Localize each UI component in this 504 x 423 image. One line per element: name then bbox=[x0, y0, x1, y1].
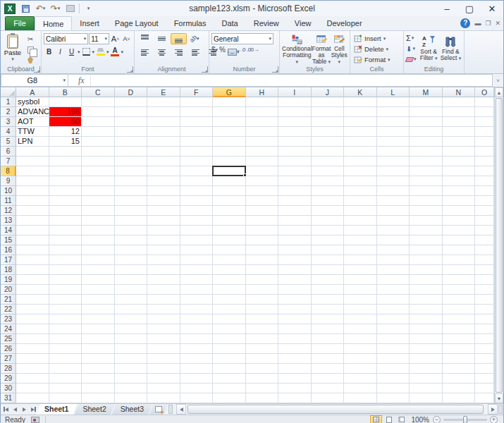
zoom-in-button[interactable]: + bbox=[490, 416, 498, 423]
cell-J17[interactable] bbox=[312, 255, 345, 265]
column-header-C[interactable]: C bbox=[82, 87, 115, 97]
cell-E30[interactable] bbox=[147, 384, 180, 393]
cell-O30[interactable] bbox=[475, 384, 494, 393]
cell-O23[interactable] bbox=[475, 314, 494, 324]
cell-N25[interactable] bbox=[443, 334, 476, 344]
cell-C10[interactable] bbox=[82, 186, 115, 196]
cell-K27[interactable] bbox=[344, 354, 377, 364]
cell-L8[interactable] bbox=[377, 166, 410, 176]
cell-H17[interactable] bbox=[246, 255, 279, 265]
cell-G10[interactable] bbox=[213, 186, 246, 196]
cell-D29[interactable] bbox=[115, 374, 148, 384]
cell-I25[interactable] bbox=[278, 334, 312, 344]
row-header-15[interactable]: 15 bbox=[1, 235, 16, 245]
cell-N11[interactable] bbox=[443, 196, 476, 206]
font-name-combo[interactable]: Calibri▾ bbox=[44, 33, 88, 44]
cell-D24[interactable] bbox=[115, 324, 148, 334]
cell-K13[interactable] bbox=[344, 216, 377, 226]
row-header-8[interactable]: 8 bbox=[1, 166, 16, 176]
cell-J20[interactable] bbox=[312, 285, 345, 295]
cell-D7[interactable] bbox=[115, 157, 148, 166]
cell-M1[interactable] bbox=[410, 97, 443, 107]
cell-G17[interactable] bbox=[213, 255, 246, 265]
cell-I17[interactable] bbox=[278, 255, 312, 265]
cell-B8[interactable] bbox=[49, 166, 82, 176]
align-left-button[interactable] bbox=[137, 47, 153, 58]
cell-M29[interactable] bbox=[410, 374, 443, 384]
cell-L25[interactable] bbox=[377, 334, 410, 344]
conditional-formatting-button[interactable]: 23 ConditionalFormatting ▾ bbox=[282, 33, 312, 65]
cell-M21[interactable] bbox=[410, 295, 443, 305]
cell-K29[interactable] bbox=[344, 374, 377, 384]
cell-H10[interactable] bbox=[246, 186, 279, 196]
cell-G22[interactable] bbox=[213, 305, 246, 314]
cell-E20[interactable] bbox=[147, 285, 180, 295]
cell-L12[interactable] bbox=[377, 206, 410, 216]
cell-F6[interactable] bbox=[180, 147, 214, 157]
cell-I2[interactable] bbox=[278, 107, 312, 117]
cell-E25[interactable] bbox=[147, 334, 180, 344]
tab-home[interactable]: Home bbox=[35, 16, 72, 30]
cell-I30[interactable] bbox=[278, 384, 312, 393]
cell-G29[interactable] bbox=[213, 374, 246, 384]
page-layout-view-button[interactable] bbox=[383, 415, 395, 423]
cell-K25[interactable] bbox=[344, 334, 377, 344]
cell-E5[interactable] bbox=[147, 137, 180, 147]
cell-L11[interactable] bbox=[377, 196, 410, 206]
row-header-30[interactable]: 30 bbox=[1, 384, 16, 393]
cell-O26[interactable] bbox=[475, 344, 494, 354]
cell-F11[interactable] bbox=[180, 196, 214, 206]
clear-button[interactable]: ▾ bbox=[406, 54, 417, 64]
cell-J22[interactable] bbox=[312, 305, 345, 314]
file-tab[interactable]: File bbox=[5, 16, 35, 30]
cell-K5[interactable] bbox=[344, 137, 377, 147]
first-sheet-button[interactable] bbox=[2, 405, 10, 413]
cell-H11[interactable] bbox=[246, 196, 279, 206]
cell-M22[interactable] bbox=[410, 305, 443, 314]
cell-B15[interactable] bbox=[49, 235, 82, 245]
cell-M24[interactable] bbox=[410, 324, 443, 334]
cell-H7[interactable] bbox=[246, 157, 279, 166]
cell-E10[interactable] bbox=[147, 186, 180, 196]
cell-A24[interactable] bbox=[16, 324, 49, 334]
cell-N27[interactable] bbox=[443, 354, 476, 364]
cell-K10[interactable] bbox=[344, 186, 377, 196]
cell-N28[interactable] bbox=[443, 364, 476, 374]
cell-J31[interactable] bbox=[312, 393, 345, 403]
cell-B14[interactable] bbox=[49, 226, 82, 235]
cell-H27[interactable] bbox=[246, 354, 279, 364]
cell-G23[interactable] bbox=[213, 314, 246, 324]
cell-D19[interactable] bbox=[115, 275, 148, 285]
cell-D4[interactable] bbox=[115, 127, 148, 137]
column-header-A[interactable]: A bbox=[16, 87, 49, 97]
cell-I28[interactable] bbox=[278, 364, 312, 374]
save-button[interactable] bbox=[20, 3, 32, 14]
close-button[interactable]: ✕ bbox=[481, 1, 503, 16]
cell-C21[interactable] bbox=[82, 295, 115, 305]
cell-E12[interactable] bbox=[147, 206, 180, 216]
cell-H21[interactable] bbox=[246, 295, 279, 305]
shrink-font-button[interactable]: A˅ bbox=[121, 34, 132, 44]
cell-J29[interactable] bbox=[312, 374, 345, 384]
cell-F4[interactable] bbox=[180, 127, 214, 137]
cell-C9[interactable] bbox=[82, 176, 115, 186]
minimize-button[interactable]: – bbox=[436, 1, 458, 16]
row-header-19[interactable]: 19 bbox=[1, 275, 16, 285]
cell-E22[interactable] bbox=[147, 305, 180, 314]
cell-L29[interactable] bbox=[377, 374, 410, 384]
cell-I24[interactable] bbox=[278, 324, 312, 334]
cell-G24[interactable] bbox=[213, 324, 246, 334]
bold-button[interactable]: B bbox=[44, 47, 54, 57]
cell-I6[interactable] bbox=[278, 147, 312, 157]
cell-D12[interactable] bbox=[115, 206, 148, 216]
cell-J8[interactable] bbox=[312, 166, 345, 176]
cell-A3[interactable]: AOT bbox=[16, 117, 49, 127]
column-header-F[interactable]: F bbox=[180, 87, 214, 97]
cell-D1[interactable] bbox=[115, 97, 148, 107]
cell-F12[interactable] bbox=[180, 206, 214, 216]
cell-K17[interactable] bbox=[344, 255, 377, 265]
cell-H9[interactable] bbox=[246, 176, 279, 186]
sort-filter-button[interactable]: AZ Sort &Filter ▾ bbox=[418, 33, 440, 65]
cell-D21[interactable] bbox=[115, 295, 148, 305]
cell-J14[interactable] bbox=[312, 226, 345, 235]
